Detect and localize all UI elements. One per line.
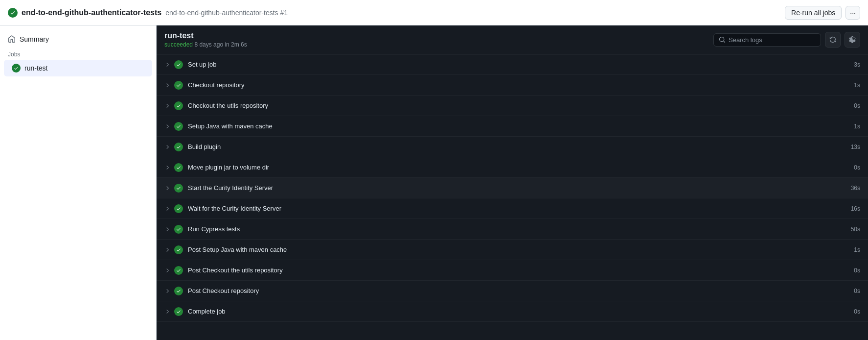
step-status-icon (174, 266, 183, 275)
step-chevron-icon (164, 226, 170, 232)
workflow-run: end-to-end-github-authenticator-tests #1 (165, 9, 288, 17)
step-duration: 0s (854, 267, 860, 274)
step-status-icon (174, 60, 183, 69)
step-status-icon (174, 81, 183, 90)
search-icon (719, 36, 726, 43)
steps-list: Set up job 3s Checkout repository 1s Che… (157, 54, 868, 340)
step-row[interactable]: Build plugin 13s (157, 137, 868, 157)
step-name: Build plugin (188, 143, 851, 150)
step-duration: 13s (851, 144, 860, 150)
step-row[interactable]: Run Cypress tests 50s (157, 219, 868, 240)
sidebar: Summary Jobs run-test (0, 25, 157, 340)
step-chevron-icon (164, 288, 170, 294)
step-row[interactable]: Checkout the utils repository 0s (157, 96, 868, 116)
step-row[interactable]: Start the Curity Identity Server 36s (157, 178, 868, 198)
step-name: Post Setup Java with maven cache (188, 246, 854, 253)
content-panel: run-test succeeded 8 days ago in 2m 6s (157, 25, 868, 340)
step-row[interactable]: Post Checkout repository 0s (157, 281, 868, 301)
step-status-icon (174, 287, 183, 295)
step-chevron-icon (164, 144, 170, 150)
refresh-button[interactable] (825, 32, 841, 48)
step-status-icon (174, 163, 183, 172)
step-chevron-icon (164, 103, 170, 109)
step-duration: 16s (851, 205, 860, 212)
search-logs-input[interactable] (729, 36, 816, 44)
step-status-icon (174, 143, 183, 151)
header-right: Re-run all jobs ··· (785, 6, 860, 20)
step-duration: 50s (851, 226, 860, 233)
step-duration: 0s (854, 308, 860, 315)
step-row[interactable]: Setup Java with maven cache 1s (157, 116, 868, 137)
job-status-text: succeeded (164, 41, 193, 48)
step-duration: 1s (854, 246, 860, 253)
step-status-icon (174, 225, 183, 234)
step-duration: 1s (854, 82, 860, 89)
step-chevron-icon (164, 267, 170, 273)
step-chevron-icon (164, 206, 170, 212)
step-status-icon (174, 245, 183, 254)
step-row[interactable]: Complete job 0s (157, 301, 868, 322)
step-status-icon (174, 122, 183, 131)
step-name: Checkout the utils repository (188, 102, 854, 109)
workflow-status-icon (8, 8, 18, 18)
step-duration: 0s (854, 164, 860, 171)
step-status-icon (174, 307, 183, 316)
step-status-icon (174, 101, 183, 110)
step-name: Set up job (188, 61, 854, 68)
step-name: Checkout repository (188, 81, 854, 89)
summary-label: Summary (20, 35, 49, 43)
jobs-section-label: Jobs (0, 47, 156, 60)
content-job-title: run-test (164, 31, 247, 40)
step-chevron-icon (164, 165, 170, 170)
step-duration: 0s (854, 102, 860, 109)
step-row[interactable]: Post Checkout the utils repository 0s (157, 260, 868, 281)
main-layout: Summary Jobs run-test run-test succeeded… (0, 25, 868, 340)
step-status-icon (174, 204, 183, 213)
step-name: Post Checkout repository (188, 287, 854, 294)
workflow-name: end-to-end-github-authenticator-tests (22, 8, 161, 17)
step-duration: 36s (851, 185, 860, 192)
step-duration: 3s (854, 61, 860, 68)
content-header-left: run-test succeeded 8 days ago in 2m 6s (164, 31, 247, 48)
step-row[interactable]: Move plugin jar to volume dir 0s (157, 157, 868, 178)
step-name: Wait for the Curity Identity Server (188, 205, 851, 212)
content-header-right (713, 32, 860, 48)
step-chevron-icon (164, 309, 170, 315)
step-chevron-icon (164, 123, 170, 129)
step-chevron-icon (164, 62, 170, 68)
step-chevron-icon (164, 185, 170, 191)
job-name: run-test (24, 64, 47, 72)
step-name: Setup Java with maven cache (188, 122, 854, 130)
content-job-meta: succeeded 8 days ago in 2m 6s (164, 41, 247, 48)
step-chevron-icon (164, 82, 170, 88)
content-header: run-test succeeded 8 days ago in 2m 6s (157, 25, 868, 54)
home-icon (8, 35, 16, 43)
sidebar-job-run-test[interactable]: run-test (4, 60, 152, 76)
settings-button[interactable] (845, 32, 860, 48)
more-button[interactable]: ··· (845, 6, 860, 20)
job-meta-time: 8 days ago in 2m 6s (194, 41, 247, 48)
search-logs-container[interactable] (713, 33, 821, 47)
header-left: end-to-end-github-authenticator-tests en… (8, 8, 288, 18)
step-name: Complete job (188, 308, 854, 315)
step-name: Start the Curity Identity Server (188, 184, 851, 192)
step-duration: 0s (854, 288, 860, 294)
step-name: Run Cypress tests (188, 225, 851, 233)
rerun-button[interactable]: Re-run all jobs (785, 6, 842, 20)
step-chevron-icon (164, 247, 170, 253)
step-row[interactable]: Post Setup Java with maven cache 1s (157, 240, 868, 260)
step-name: Post Checkout the utils repository (188, 267, 854, 274)
step-row[interactable]: Checkout repository 1s (157, 75, 868, 96)
step-row[interactable]: Set up job 3s (157, 54, 868, 75)
step-row[interactable]: Wait for the Curity Identity Server 16s (157, 198, 868, 219)
step-name: Move plugin jar to volume dir (188, 164, 854, 171)
step-duration: 1s (854, 123, 860, 130)
top-header: end-to-end-github-authenticator-tests en… (0, 0, 868, 25)
job-status-icon (12, 64, 21, 73)
step-status-icon (174, 184, 183, 193)
sidebar-summary-item[interactable]: Summary (0, 31, 156, 47)
